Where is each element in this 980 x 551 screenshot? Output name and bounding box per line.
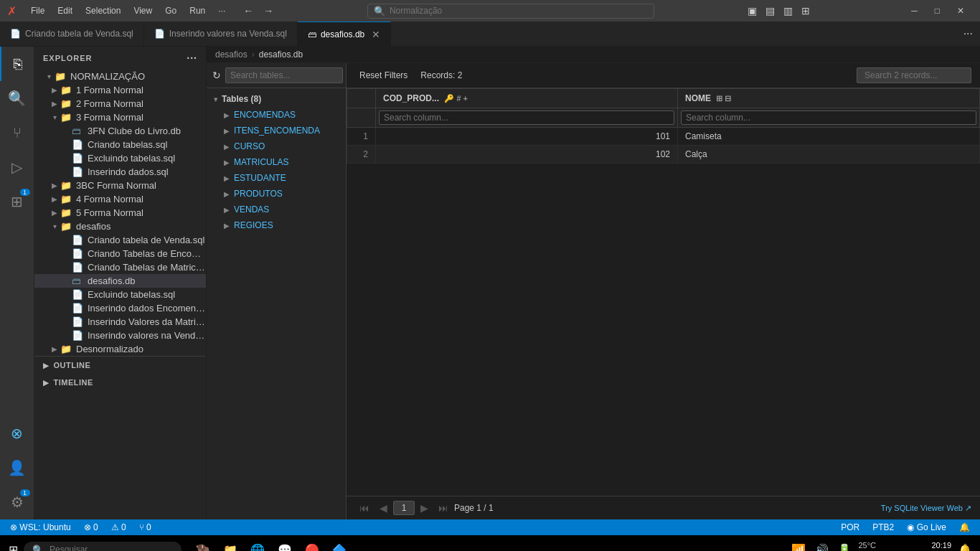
outline-section[interactable]: ▶ OUTLINE (34, 357, 206, 374)
statusbar-errors[interactable]: ⊗ 0 (81, 522, 101, 532)
statusbar-notification[interactable]: 🔔 (956, 522, 973, 532)
sidebar-item-inserindo-dados[interactable]: 📄 Inserindo dados.sql (34, 165, 206, 179)
sidebar-item-criando-matric[interactable]: 📄 Criando Tabelas de Matricul... (34, 260, 206, 274)
table-item-produtos[interactable]: ▶ PRODUTOS (207, 186, 346, 202)
breadcrumb-desafios[interactable]: desafios (215, 50, 248, 60)
sidebar-item-desnormalizado[interactable]: ▶ 📁 Desnormalizado (34, 342, 206, 356)
network-icon[interactable]: 📶 (789, 543, 808, 552)
menu-view[interactable]: View (128, 4, 158, 17)
sidebar-item-criando-venda[interactable]: 📄 Criando tabela de Venda.sql (34, 233, 206, 247)
first-page-button[interactable]: ⏮ (355, 501, 374, 515)
sidebar-item-criando-tabelas[interactable]: 📄 Criando tabelas.sql (34, 138, 206, 151)
tables-search-input[interactable] (225, 67, 343, 83)
statusbar-go-live[interactable]: ◉ Go Live (904, 522, 949, 532)
sidebar-item-3fn-db[interactable]: 🗃 3FN Clube do Livro.db (34, 124, 206, 138)
activity-settings[interactable]: ⚙1 (0, 485, 34, 519)
timeline-section[interactable]: ▶ TIMELINE (34, 374, 206, 391)
tree-root-normalização[interactable]: ▾ 📁 NORMALIZAÇÃO (34, 70, 206, 83)
taskbar-app-files[interactable]: 📁 (217, 540, 243, 552)
cod-prod-search-input[interactable] (379, 110, 674, 125)
activity-extensions[interactable]: ⊞1 (0, 184, 34, 219)
table-item-curso[interactable]: ▶ CURSO (207, 138, 346, 154)
start-button[interactable]: ⊞ (6, 540, 21, 552)
tab-inserindo-venda[interactable]: 📄 Inserindo valores na Venda.sql (144, 22, 298, 47)
taskbar-app-buffalo[interactable]: 🦬 (190, 540, 216, 552)
next-page-button[interactable]: ▶ (416, 501, 433, 515)
statusbar-language[interactable]: PTB2 (870, 522, 897, 532)
sidebar-item-desafios-db[interactable]: 🗃 desafios.db (34, 274, 206, 288)
nome-search-input[interactable] (681, 110, 976, 125)
layout-icon-2[interactable]: ▤ (763, 4, 778, 18)
search-records-input[interactable] (857, 67, 971, 83)
statusbar-warnings[interactable]: ⚠ 0 (108, 522, 129, 532)
sidebar-item-inserindo-venda[interactable]: 📄 Inserindo valores na Venda.... (34, 329, 206, 342)
taskbar-app-chrome[interactable]: 🔴 (299, 540, 325, 552)
taskbar-time[interactable]: 20:19 13/12/2023 (912, 541, 951, 551)
minimize-button[interactable]: ─ (903, 3, 926, 19)
activity-account[interactable]: 👤 (0, 451, 34, 485)
menu-selection[interactable]: Selection (80, 4, 126, 17)
tab-more-button[interactable]: ··· (956, 27, 980, 40)
tab-close-button[interactable]: ✕ (372, 29, 380, 40)
sidebar-more-icon[interactable]: ··· (187, 52, 197, 64)
taskbar-search-input[interactable] (50, 545, 173, 551)
sidebar-item-desafios[interactable]: ▾ 📁 desafios (34, 220, 206, 233)
layout-icon-4[interactable]: ⊞ (798, 4, 813, 18)
taskbar-app-discord[interactable]: 💬 (272, 540, 298, 552)
table-item-matriculas[interactable]: ▶ MATRICULAS (207, 154, 346, 170)
refresh-icon[interactable]: ↻ (212, 70, 221, 81)
page-number-input[interactable] (393, 501, 415, 515)
sidebar-item-3forma[interactable]: ▾ 📁 3 Forma Normal (34, 110, 206, 124)
menu-run[interactable]: Run (184, 4, 211, 17)
taskbar-app-vscode[interactable]: 🔷 (326, 540, 352, 552)
tables-group-header[interactable]: ▾ Tables (8) (207, 91, 346, 107)
table-item-vendas[interactable]: ▶ VENDAS (207, 202, 346, 217)
reset-filters-button[interactable]: Reset Filters (355, 69, 412, 82)
battery-icon[interactable]: 🔋 (835, 543, 854, 552)
taskbar-app-browser[interactable]: 🌐 (245, 540, 270, 552)
statusbar-encoding[interactable]: POR (838, 522, 862, 532)
layout-icon-1[interactable]: ▣ (745, 4, 760, 18)
table-item-encomendas[interactable]: ▶ ENCOMENDAS (207, 107, 346, 123)
sqlite-viewer-link[interactable]: Try SQLite Viewer Web ↗ (881, 504, 971, 513)
activity-search[interactable]: 🔍 (0, 81, 34, 116)
title-search-input[interactable] (390, 6, 648, 16)
last-page-button[interactable]: ⏭ (434, 501, 453, 515)
sidebar-item-criando-encome[interactable]: 📄 Criando Tabelas de Encome... (34, 247, 206, 260)
sidebar-item-5forma[interactable]: ▶ 📁 5 Forma Normal (34, 206, 206, 220)
sidebar-item-4forma[interactable]: ▶ 📁 4 Forma Normal (34, 192, 206, 206)
sidebar-item-excluindo-tabelas[interactable]: 📄 Excluindo tabelas.sql (34, 151, 206, 165)
sidebar-item-excluindo[interactable]: 📄 Excluindo tabelas.sql (34, 288, 206, 301)
breadcrumb-db[interactable]: desafios.db (259, 50, 303, 60)
sidebar-item-3bc[interactable]: ▶ 📁 3BC Forma Normal (34, 179, 206, 192)
close-button[interactable]: ✕ (948, 3, 973, 19)
nav-forward-button[interactable]: → (260, 4, 277, 18)
maximize-button[interactable]: □ (926, 3, 948, 19)
menu-edit[interactable]: Edit (52, 4, 78, 17)
notification-icon[interactable]: 🔔 (956, 543, 974, 552)
table-item-estudante[interactable]: ▶ ESTUDANTE (207, 170, 346, 186)
layout-icon-3[interactable]: ▥ (781, 4, 796, 18)
tab-criando-venda[interactable]: 📄 Criando tabela de Venda.sql (0, 22, 144, 47)
sidebar-item-inserindo-matric[interactable]: 📄 Inserindo Valores da Matric... (34, 315, 206, 329)
sidebar-item-1forma[interactable]: ▶ 📁 1 Forma Normal (34, 83, 206, 97)
activity-explorer[interactable]: ⎘ (0, 47, 34, 81)
sidebar-item-inserindo-enco[interactable]: 📄 Inserindo dados Encomend... (34, 301, 206, 315)
menu-go[interactable]: Go (159, 4, 182, 17)
title-search-bar[interactable]: 🔍 (367, 4, 654, 19)
menu-more[interactable]: ··· (212, 4, 231, 17)
table-item-itens[interactable]: ▶ ITENS_ENCOMENDA (207, 123, 346, 138)
activity-run-debug[interactable]: ▷ (0, 150, 34, 184)
activity-source-control[interactable]: ⑂ (0, 116, 34, 150)
activity-remote[interactable]: ⊗ (0, 416, 34, 451)
tab-desafios-db[interactable]: 🗃 desafios.db ✕ (298, 22, 391, 47)
sidebar-item-2forma[interactable]: ▶ 📁 2 Forma Normal (34, 97, 206, 110)
table-item-regioes[interactable]: ▶ REGIOES (207, 217, 346, 233)
taskbar-search[interactable]: 🔍 (24, 542, 182, 552)
nav-back-button[interactable]: ← (240, 4, 257, 18)
menu-file[interactable]: File (25, 4, 50, 17)
prev-page-button[interactable]: ◀ (375, 501, 392, 515)
statusbar-remote[interactable]: ⊗ WSL: Ubuntu (7, 522, 74, 532)
statusbar-source-control[interactable]: ⑂ 0 (136, 522, 154, 532)
volume-icon[interactable]: 🔊 (812, 543, 831, 552)
